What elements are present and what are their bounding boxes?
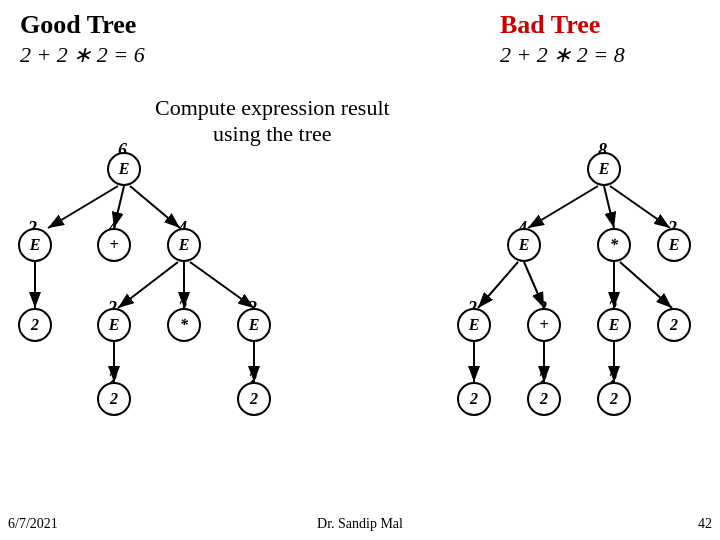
good-l3-mid-node: E (97, 308, 131, 342)
good-l3-star-node: * (167, 308, 201, 342)
good-tree-title: Good Tree (20, 10, 136, 40)
svg-line-10 (528, 186, 598, 228)
bad-l3-rl-node: E (597, 308, 631, 342)
svg-line-5 (118, 262, 178, 308)
bad-tree-title: Bad Tree (500, 10, 600, 40)
good-l4-mid-node: 2 (97, 382, 131, 416)
footer-page: 42 (698, 516, 712, 532)
bad-l2-left-node: E (507, 228, 541, 262)
good-tree-formula: 2 + 2 ∗ 2 = 6 (20, 42, 145, 68)
good-l2-right-node: E (167, 228, 201, 262)
compute-text: Compute expression result using the tree (155, 95, 390, 147)
bad-l2-star-node: * (597, 228, 631, 262)
svg-line-16 (620, 262, 672, 308)
bad-l4-rl-node: 2 (597, 382, 631, 416)
good-l4-right-node: 2 (237, 382, 271, 416)
bad-l3-ll-node: E (457, 308, 491, 342)
good-l2-left-node: E (18, 228, 52, 262)
svg-line-3 (130, 186, 180, 228)
bad-l4-ll-node: 2 (457, 382, 491, 416)
good-leaf-left: 2 (18, 308, 52, 342)
good-l2-mid-node: + (97, 228, 131, 262)
bad-l2-right-node: E (657, 228, 691, 262)
footer-author: Dr. Sandip Mal (317, 516, 403, 532)
bad-root-node: E (587, 152, 621, 186)
bad-l3-plus-node: + (527, 308, 561, 342)
good-l3-right-node: E (237, 308, 271, 342)
bad-l3-r-leaf: 2 (657, 308, 691, 342)
svg-line-7 (190, 262, 254, 308)
footer-date: 6/7/2021 (8, 516, 58, 532)
svg-line-12 (610, 186, 670, 228)
svg-line-11 (604, 186, 614, 228)
bad-tree-formula: 2 + 2 ∗ 2 = 8 (500, 42, 625, 68)
svg-line-13 (478, 262, 518, 308)
bad-l4-plus-node: 2 (527, 382, 561, 416)
arrows-svg (0, 0, 720, 540)
good-root-node: E (107, 152, 141, 186)
